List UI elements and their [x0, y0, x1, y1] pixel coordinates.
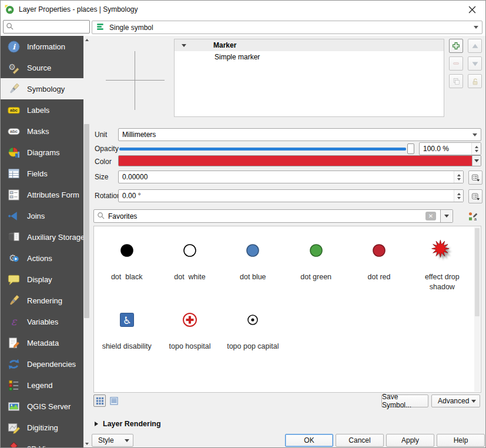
apply-button[interactable]: Apply	[386, 434, 434, 447]
scroll-down-icon[interactable]	[83, 440, 90, 447]
symbol-item-dot-red[interactable]: dot red	[347, 229, 410, 298]
sidebar-item-qgis-server[interactable]: QGIS Server	[1, 396, 83, 417]
size-spinbox[interactable]: 0.00000	[118, 170, 464, 183]
color-label: Color	[95, 158, 112, 166]
symbol-item-dot-blue[interactable]: dot blue	[222, 229, 284, 298]
symbol-item-dot-black[interactable]: dot black	[95, 229, 158, 298]
unit-label: Unit	[95, 131, 107, 139]
list-view-toggle[interactable]	[108, 394, 120, 407]
spinner-arrows[interactable]	[454, 171, 463, 183]
spinner-arrows[interactable]	[471, 143, 481, 155]
unit-select[interactable]: Millimeters	[118, 128, 481, 141]
symbol-item-label: topo pop capital	[227, 342, 279, 352]
qgis-server-icon	[6, 399, 21, 414]
sidebar-item-label: Labels	[27, 106, 49, 115]
symbol-item-shield-disability[interactable]: ♿shield disability	[95, 298, 158, 367]
sidebar-item-label: Joins	[27, 212, 45, 220]
add-symbol-layer-button[interactable]	[449, 39, 463, 53]
renderer-select[interactable]: Single symbol	[92, 21, 482, 34]
display-icon	[6, 272, 21, 287]
ok-button[interactable]: OK	[285, 434, 333, 447]
remove-symbol-layer-button[interactable]	[449, 56, 463, 71]
sidebar-item-3d-view[interactable]: 3D View	[1, 438, 83, 447]
symbol-panel-scrollbar[interactable]	[474, 227, 480, 392]
advanced-button[interactable]: Advanced	[431, 394, 480, 407]
legend-icon	[6, 377, 21, 393]
help-button[interactable]: Help	[437, 434, 485, 447]
color-dropdown[interactable]	[472, 156, 481, 166]
symbol-item-dot-green[interactable]: dot green	[284, 229, 347, 298]
style-button[interactable]: Style	[92, 434, 133, 447]
sidebar-item-masks[interactable]: abcMasks	[1, 121, 83, 142]
sidebar-item-variables[interactable]: εVariables	[1, 311, 83, 332]
collapsed-arrow-icon	[95, 422, 98, 426]
properties-search-box[interactable]	[3, 20, 90, 34]
sidebar-item-actions[interactable]: ⚙Actions	[1, 248, 83, 269]
symbol-search-input[interactable]	[107, 212, 423, 221]
close-icon[interactable]	[462, 1, 482, 18]
layer-properties-dialog: Layer Properties - places | Symbology Si…	[0, 0, 486, 448]
icon-view-toggle[interactable]	[93, 394, 106, 407]
sidebar-item-auxiliary-storage[interactable]: Auxiliary Storage	[1, 226, 83, 248]
preview-crosshair-h	[106, 80, 165, 81]
sidebar-item-rendering[interactable]: Rendering	[1, 290, 83, 311]
scroll-up-icon[interactable]	[83, 36, 90, 44]
sidebar-scrollbar[interactable]	[83, 36, 90, 447]
sidebar-item-label: Auxiliary Storage	[27, 233, 83, 242]
layer-rendering-section[interactable]: Layer Rendering	[95, 420, 161, 428]
chevron-down-icon	[125, 439, 129, 442]
sidebar-item-joins[interactable]: Joins	[1, 205, 83, 226]
tree-row-marker[interactable]: Marker	[175, 39, 444, 51]
sidebar-item-symbology[interactable]: Symbology	[1, 78, 83, 99]
symbol-panel-scrollbar-thumb[interactable]	[475, 228, 480, 316]
clear-search-icon[interactable]: ✕	[425, 212, 436, 220]
symbol-item-label: dot green	[300, 272, 331, 282]
sidebar-item-attributes-form[interactable]: Attributes Form	[1, 184, 83, 205]
style-manager-button[interactable]: a	[466, 210, 479, 223]
attributes-form-icon	[6, 187, 21, 202]
search-filter-dropdown[interactable]	[440, 210, 453, 222]
sidebar-item-label: Variables	[27, 317, 58, 326]
symbol-item-effect-drop-shadow[interactable]: effect drop shadow	[411, 229, 474, 298]
save-symbol-label: Save Symbol...	[382, 393, 428, 409]
sidebar-item-source[interactable]: ⚙Source	[1, 57, 83, 78]
move-up-button[interactable]	[468, 39, 482, 53]
lock-button[interactable]	[468, 74, 482, 88]
sidebar-item-label: Digitizing	[27, 423, 58, 432]
sidebar-item-labels[interactable]: abcLabels	[1, 99, 83, 121]
search-icon	[97, 212, 105, 221]
symbol-item-topo-hospital[interactable]: topo hospital	[158, 298, 221, 367]
opacity-slider[interactable]	[119, 142, 414, 155]
duplicate-button[interactable]	[449, 74, 463, 88]
symbol-search-box[interactable]: ✕	[93, 209, 453, 223]
sidebar-item-fields[interactable]: Fields	[1, 163, 83, 184]
symbol-item-topo-pop-capital[interactable]: topo pop capital	[222, 298, 284, 367]
sidebar-item-label: Display	[27, 275, 52, 284]
color-button[interactable]	[118, 155, 481, 166]
opacity-slider-handle[interactable]	[407, 143, 414, 154]
opacity-spinbox[interactable]: 100.0 %	[419, 142, 481, 155]
properties-search-input[interactable]	[15, 22, 89, 32]
svg-text:⚙: ⚙	[8, 62, 16, 71]
move-down-button[interactable]	[468, 56, 482, 71]
sidebar-scrollbar-thumb[interactable]	[84, 124, 89, 318]
sidebar-item-label: Metadata	[27, 339, 59, 347]
sidebar-item-diagrams[interactable]: Diagrams	[1, 142, 83, 163]
sidebar-item-metadata[interactable]: Metadata	[1, 332, 83, 353]
rotation-spinbox[interactable]: 0.00 °	[118, 189, 464, 202]
sidebar-item-display[interactable]: Display	[1, 269, 83, 290]
expander-icon[interactable]	[182, 44, 186, 47]
sidebar-item-information[interactable]: iInformation	[1, 36, 83, 57]
sidebar-item-legend[interactable]: Legend	[1, 375, 83, 396]
tree-row-simple-marker[interactable]: Simple marker	[175, 51, 444, 63]
cancel-button[interactable]: Cancel	[336, 434, 384, 447]
size-data-defined-override-button[interactable]	[468, 170, 482, 185]
sidebar-item-digitizing[interactable]: Digitizing	[1, 417, 83, 438]
sidebar-item-dependencies[interactable]: Dependencies	[1, 353, 83, 375]
renderer-value: Single symbol	[109, 24, 153, 32]
spinner-arrows[interactable]	[454, 190, 463, 202]
save-symbol-button[interactable]: Save Symbol...	[381, 394, 428, 407]
top-row: Single symbol	[1, 18, 485, 36]
rotation-data-defined-override-button[interactable]	[468, 189, 482, 203]
symbol-item-dot-white[interactable]: dot white	[158, 229, 221, 298]
